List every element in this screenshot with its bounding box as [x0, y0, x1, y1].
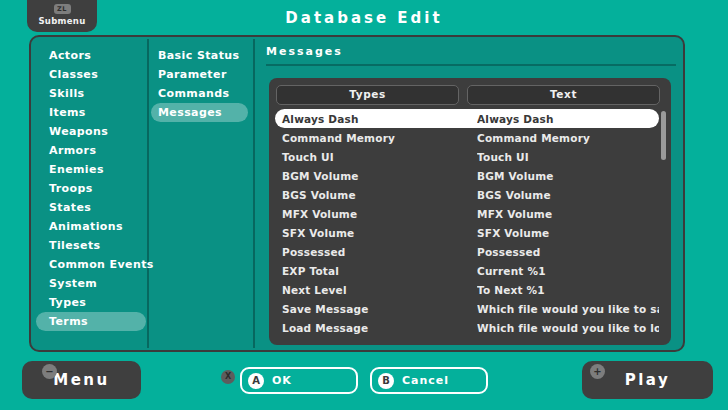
- ok-button[interactable]: A OK: [240, 367, 358, 394]
- category-item[interactable]: System: [36, 274, 146, 293]
- section-list: Basic Status Parameter Commands Messages: [151, 46, 248, 122]
- cancel-button[interactable]: B Cancel: [370, 367, 488, 394]
- section-item[interactable]: Commands: [151, 84, 248, 103]
- category-item[interactable]: States: [36, 198, 146, 217]
- row-type-cell: Next Level: [275, 284, 477, 296]
- menu-button-label: Menu: [53, 371, 109, 389]
- table-row[interactable]: BGS Volume BGS Volume: [275, 185, 659, 204]
- row-type-cell: Touch UI: [275, 151, 477, 163]
- category-item[interactable]: Classes: [36, 65, 146, 84]
- category-item[interactable]: Enemies: [36, 160, 146, 179]
- table-row[interactable]: BGM Volume BGM Volume: [275, 166, 659, 185]
- row-type-cell: SFX Volume: [275, 227, 477, 239]
- heading-divider: [266, 64, 676, 66]
- row-type-cell: Always Dash: [275, 113, 477, 125]
- row-text-cell: BGS Volume: [477, 189, 659, 201]
- row-text-cell: Touch UI: [477, 151, 659, 163]
- category-item[interactable]: Weapons: [36, 122, 146, 141]
- column-divider-2: [253, 39, 255, 348]
- row-type-cell: EXP Total: [275, 265, 477, 277]
- scrollbar-thumb[interactable]: [661, 111, 666, 160]
- row-text-cell: Command Memory: [477, 132, 659, 144]
- plus-button-icon: +: [590, 364, 605, 379]
- table-row[interactable]: Always Dash Always Dash: [275, 109, 659, 128]
- category-item[interactable]: Troops: [36, 179, 146, 198]
- row-text-cell: Always Dash: [477, 113, 659, 125]
- row-text-cell: MFX Volume: [477, 208, 659, 220]
- row-type-cell: MFX Volume: [275, 208, 477, 220]
- category-item[interactable]: Terms: [36, 312, 146, 331]
- ok-button-label: OK: [272, 374, 292, 387]
- play-button-label: Play: [625, 371, 671, 389]
- table-row[interactable]: Next Level To Next %1: [275, 280, 659, 299]
- section-item[interactable]: Parameter: [151, 65, 248, 84]
- category-item[interactable]: Skills: [36, 84, 146, 103]
- table-row[interactable]: EXP Total Current %1: [275, 261, 659, 280]
- table-row[interactable]: SFX Volume SFX Volume: [275, 223, 659, 242]
- category-item[interactable]: Animations: [36, 217, 146, 236]
- menu-button[interactable]: − Menu: [22, 361, 141, 399]
- column-divider-1: [147, 39, 149, 348]
- table-row[interactable]: Load Message Which file would you like t…: [275, 318, 659, 337]
- row-text-cell: To Next %1: [477, 284, 659, 296]
- cancel-button-label: Cancel: [402, 374, 449, 387]
- minus-button-icon: −: [42, 364, 57, 379]
- database-edit-screen: ZL Submenu Database Edit Actors Classes …: [0, 0, 728, 410]
- table-rows: Always Dash Always Dash Command Memory C…: [275, 109, 659, 337]
- row-type-cell: Load Message: [275, 322, 477, 334]
- table-row[interactable]: MFX Volume MFX Volume: [275, 204, 659, 223]
- table-row[interactable]: Touch UI Touch UI: [275, 147, 659, 166]
- database-panel: Actors Classes Skills Items Weapons Armo…: [29, 35, 685, 352]
- play-button[interactable]: + Play: [582, 361, 713, 399]
- row-type-cell: BGM Volume: [275, 170, 477, 182]
- category-item[interactable]: Types: [36, 293, 146, 312]
- messages-heading: Messages: [266, 45, 343, 58]
- b-button-icon: B: [378, 373, 394, 389]
- x-button-icon: X: [221, 370, 235, 384]
- row-type-cell: Possessed: [275, 246, 477, 258]
- messages-table: Types Text Always Dash Always Dash Comma…: [269, 78, 671, 345]
- page-title: Database Edit: [0, 9, 728, 27]
- category-item[interactable]: Common Events: [36, 255, 146, 274]
- section-item[interactable]: Messages: [151, 103, 248, 122]
- a-button-icon: A: [248, 373, 264, 389]
- category-item[interactable]: Tilesets: [36, 236, 146, 255]
- table-row[interactable]: Command Memory Command Memory: [275, 128, 659, 147]
- category-item[interactable]: Actors: [36, 46, 146, 65]
- column-header-types[interactable]: Types: [276, 85, 459, 105]
- table-row[interactable]: Save Message Which file would you like t…: [275, 299, 659, 318]
- category-item[interactable]: Armors: [36, 141, 146, 160]
- column-header-text[interactable]: Text: [467, 85, 660, 105]
- row-text-cell: Possessed: [477, 246, 659, 258]
- row-type-cell: Save Message: [275, 303, 477, 315]
- row-text-cell: Which file would you like to save to?: [477, 303, 659, 315]
- section-item[interactable]: Basic Status: [151, 46, 248, 65]
- row-text-cell: Which file would you like to load?: [477, 322, 659, 334]
- row-type-cell: BGS Volume: [275, 189, 477, 201]
- row-text-cell: BGM Volume: [477, 170, 659, 182]
- category-list: Actors Classes Skills Items Weapons Armo…: [36, 46, 146, 331]
- row-text-cell: Current %1: [477, 265, 659, 277]
- table-row[interactable]: Possessed Possessed: [275, 242, 659, 261]
- row-text-cell: SFX Volume: [477, 227, 659, 239]
- row-type-cell: Command Memory: [275, 132, 477, 144]
- category-item[interactable]: Items: [36, 103, 146, 122]
- table-header: Types Text: [269, 85, 671, 105]
